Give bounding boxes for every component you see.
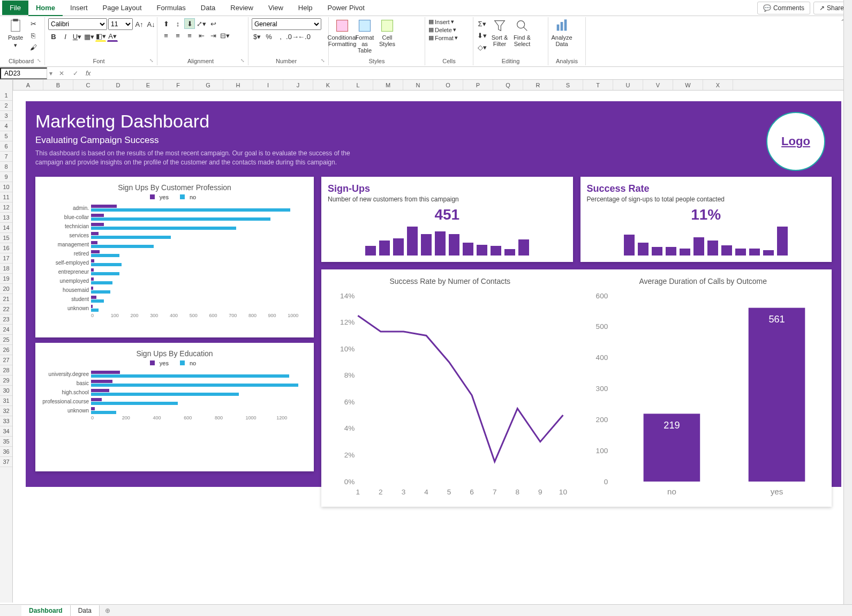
currency-icon[interactable]: $▾ <box>252 31 262 42</box>
col-header[interactable]: G <box>193 80 223 90</box>
format-painter-icon[interactable]: 🖌 <box>28 42 39 52</box>
col-header[interactable]: B <box>43 80 73 90</box>
comments-button[interactable]: 💬Comments <box>757 2 810 14</box>
insert-cells-button[interactable]: ▦ Insert ▾ <box>428 18 454 25</box>
row-header[interactable]: 13 <box>0 213 12 223</box>
row-header[interactable]: 36 <box>0 447 12 457</box>
decrease-font-icon[interactable]: A↓ <box>146 19 156 29</box>
format-cells-button[interactable]: ▦ Format ▾ <box>428 34 458 41</box>
formula-input[interactable] <box>94 68 852 78</box>
delete-cells-button[interactable]: ▦ Delete ▾ <box>428 26 456 33</box>
indent-dec-icon[interactable]: ⇤ <box>196 30 207 41</box>
vertical-scrollbar[interactable] <box>843 0 852 603</box>
font-select[interactable]: Calibri <box>48 18 107 30</box>
find-select-button[interactable]: Find & Select <box>512 18 532 47</box>
row-header[interactable]: 3 <box>0 111 12 121</box>
align-top-icon[interactable]: ⬆ <box>161 18 171 29</box>
row-header[interactable]: 18 <box>0 264 12 274</box>
worksheet-grid[interactable]: Marketing Dashboard Evaluating Campaign … <box>13 91 852 603</box>
decrease-decimal-icon[interactable]: ←.0 <box>299 31 310 42</box>
name-box[interactable] <box>0 67 47 79</box>
col-header[interactable]: A <box>13 80 43 90</box>
fill-icon[interactable]: ⬇▾ <box>477 30 487 41</box>
align-bottom-icon[interactable]: ⬇ <box>184 18 195 29</box>
col-header[interactable]: W <box>673 80 703 90</box>
row-header[interactable]: 10 <box>0 182 12 192</box>
cut-icon[interactable]: ✂ <box>28 18 39 29</box>
row-header[interactable]: 27 <box>0 355 12 365</box>
paste-button[interactable]: Paste▾ <box>5 18 26 49</box>
ribbon-tab-page-layout[interactable]: Page Layout <box>95 1 149 15</box>
row-header[interactable]: 7 <box>0 152 12 162</box>
comma-icon[interactable]: , <box>275 31 286 42</box>
row-header[interactable]: 20 <box>0 284 12 294</box>
row-header[interactable]: 19 <box>0 274 12 284</box>
col-header[interactable]: V <box>643 80 673 90</box>
col-header[interactable]: N <box>403 80 433 90</box>
row-header[interactable]: 35 <box>0 437 12 447</box>
align-center-icon[interactable]: ≡ <box>172 30 183 41</box>
row-header[interactable]: 16 <box>0 243 12 253</box>
ribbon-tab-help[interactable]: Help <box>291 1 320 15</box>
col-header[interactable]: K <box>313 80 343 90</box>
row-header[interactable]: 9 <box>0 172 12 182</box>
row-header[interactable]: 6 <box>0 141 12 152</box>
row-header[interactable]: 21 <box>0 294 12 304</box>
row-header[interactable]: 4 <box>0 121 12 131</box>
file-tab[interactable]: File <box>2 1 28 15</box>
row-header[interactable]: 26 <box>0 345 12 355</box>
row-headers[interactable]: 1234567891011121314151617181920212223242… <box>0 80 13 603</box>
italic-button[interactable]: I <box>60 31 71 42</box>
col-header[interactable]: E <box>133 80 163 90</box>
fill-color-button[interactable]: ◧▾ <box>95 31 106 42</box>
ribbon-tab-view[interactable]: View <box>261 1 291 15</box>
col-header[interactable]: X <box>703 80 733 90</box>
border-button[interactable]: ▦▾ <box>84 31 94 42</box>
col-header[interactable]: U <box>613 80 643 90</box>
col-header[interactable]: Q <box>493 80 523 90</box>
format-table-button[interactable]: Format as Table <box>355 18 375 54</box>
col-header[interactable]: S <box>553 80 583 90</box>
col-header[interactable]: T <box>583 80 613 90</box>
row-header[interactable]: 28 <box>0 365 12 375</box>
row-header[interactable]: 15 <box>0 233 12 243</box>
align-left-icon[interactable]: ≡ <box>161 30 171 41</box>
ribbon-tab-review[interactable]: Review <box>223 1 261 15</box>
row-header[interactable]: 22 <box>0 304 12 314</box>
row-header[interactable]: 24 <box>0 325 12 335</box>
autosum-icon[interactable]: Σ▾ <box>477 18 487 29</box>
row-header[interactable]: 33 <box>0 416 12 426</box>
orientation-icon[interactable]: ⤢▾ <box>196 18 207 29</box>
row-header[interactable]: 2 <box>0 101 12 111</box>
row-header[interactable]: 23 <box>0 314 12 325</box>
percent-icon[interactable]: % <box>263 31 274 42</box>
sort-filter-button[interactable]: Sort & Filter <box>489 18 510 47</box>
col-header[interactable]: I <box>253 80 283 90</box>
row-header[interactable]: 37 <box>0 457 12 467</box>
wrap-text-icon[interactable]: ↩ <box>208 18 218 29</box>
row-header[interactable]: 8 <box>0 162 12 172</box>
row-header[interactable]: 29 <box>0 375 12 386</box>
col-header[interactable]: F <box>163 80 193 90</box>
bold-button[interactable]: B <box>48 31 59 42</box>
row-header[interactable]: 5 <box>0 131 12 141</box>
ribbon-tab-home[interactable]: Home <box>28 1 63 16</box>
col-header[interactable]: J <box>283 80 313 90</box>
row-header[interactable]: 14 <box>0 223 12 233</box>
col-header[interactable]: D <box>103 80 133 90</box>
font-size-select[interactable]: 11 <box>108 18 133 30</box>
copy-icon[interactable]: ⎘ <box>28 30 39 41</box>
name-box-dropdown-icon[interactable]: ▾ <box>47 70 55 77</box>
row-header[interactable]: 1 <box>0 91 12 101</box>
column-headers[interactable]: ABCDEFGHIJKLMNOPQRSTUVWX <box>13 80 852 91</box>
align-right-icon[interactable]: ≡ <box>184 30 195 41</box>
row-header[interactable]: 11 <box>0 192 12 202</box>
col-header[interactable]: C <box>73 80 103 90</box>
row-header[interactable]: 31 <box>0 396 12 406</box>
ribbon-tab-formulas[interactable]: Formulas <box>149 1 193 15</box>
row-header[interactable]: 30 <box>0 386 12 396</box>
col-header[interactable]: M <box>373 80 403 90</box>
col-header[interactable]: P <box>463 80 493 90</box>
analyze-data-button[interactable]: Analyze Data <box>552 18 572 47</box>
font-color-button[interactable]: A▾ <box>107 31 118 42</box>
